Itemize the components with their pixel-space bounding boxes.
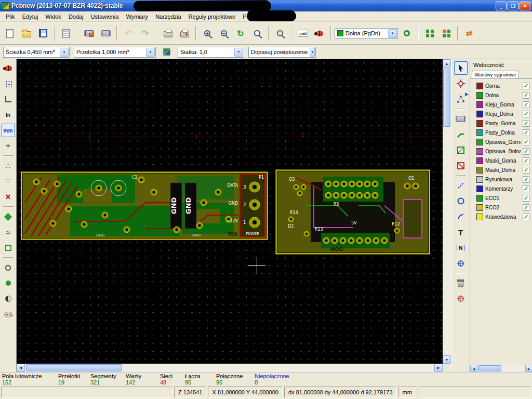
layer-row-rysunkowa[interactable]: Rysunkowa ✓: [476, 175, 531, 184]
track-mode-button[interactable]: [438, 25, 454, 41]
scroll-left-arrow-icon[interactable]: ◀: [470, 365, 477, 372]
zoom-fit-button[interactable]: [249, 25, 265, 41]
save-board-button[interactable]: [35, 25, 51, 41]
layer-row-maski-gorna[interactable]: Maski_Gorna ✓: [476, 156, 531, 165]
module-ratsnest-button[interactable]: [2, 175, 15, 188]
add-arc-button[interactable]: [454, 210, 468, 223]
zoom-out-button[interactable]: [216, 25, 232, 41]
add-keepout-button[interactable]: [454, 159, 468, 172]
layer-color-swatch[interactable]: [476, 167, 483, 174]
layer-visibility-checkbox[interactable]: ✓: [523, 204, 529, 211]
panel-scroll-thumb[interactable]: [478, 365, 501, 371]
layer-visibility-checkbox[interactable]: ✓: [523, 101, 529, 108]
layer-row-gorna[interactable]: Gorna ✓: [476, 81, 531, 90]
zones-nofill-button[interactable]: [2, 225, 15, 239]
page-settings-button[interactable]: [58, 25, 74, 41]
layer-row-eco1[interactable]: ECO1 ✓: [476, 193, 531, 203]
add-circle-button[interactable]: [454, 194, 468, 208]
open-board-button[interactable]: [19, 25, 34, 41]
panel-horizontal-scrollbar[interactable]: ◀ ▶: [470, 365, 532, 372]
menu-ustawienia[interactable]: Ustawienia: [87, 12, 123, 21]
redo-button[interactable]: [137, 25, 153, 41]
pads-sketch-button[interactable]: [2, 261, 15, 274]
zones-outline-button[interactable]: [2, 241, 15, 255]
layer-visibility-checkbox[interactable]: ✓: [523, 176, 529, 183]
menu-reguly-projektowe[interactable]: Reguły projektowe: [185, 12, 240, 21]
zoom-in-button[interactable]: [200, 25, 215, 41]
find-button[interactable]: [272, 25, 288, 41]
grid-visibility-button[interactable]: [2, 77, 15, 90]
layer-color-swatch[interactable]: [476, 129, 483, 136]
layer-row-maski-dolna[interactable]: Maski_Dolna ✓: [476, 165, 531, 175]
layer-visibility-checkbox[interactable]: ✓: [523, 157, 529, 164]
menu-dodaj[interactable]: Dodaj: [65, 12, 87, 21]
canvas-horizontal-scrollbar[interactable]: ◀ ▶: [17, 364, 443, 372]
layer-row-pasty-gorna[interactable]: Pasty_Gorna ✓: [476, 118, 531, 128]
layer-visibility-checkbox[interactable]: ✓: [523, 214, 529, 220]
add-dimension-button[interactable]: [454, 241, 468, 255]
menu-edytuj[interactable]: Edytuj: [19, 12, 42, 21]
layer-visibility-checkbox[interactable]: ✓: [523, 92, 529, 99]
high-contrast-button[interactable]: [2, 292, 15, 305]
new-board-button[interactable]: [2, 25, 18, 41]
combo-dropdown-arrow-icon[interactable]: ▼: [60, 48, 69, 57]
layer-row-eco2[interactable]: ECO2 ✓: [476, 203, 531, 212]
track-width-combo[interactable]: Ścieżka 0,450 mm* ▼: [3, 47, 70, 58]
scroll-right-arrow-icon[interactable]: ▶: [434, 364, 443, 372]
maximize-button[interactable]: ❐: [508, 2, 518, 10]
layer-selector-combo[interactable]: Dolna (PgDn) ▼: [335, 28, 398, 39]
combo-dropdown-arrow-icon[interactable]: ▼: [146, 48, 155, 57]
layer-color-swatch[interactable]: [476, 101, 483, 108]
layer-visibility-checkbox[interactable]: ✓: [523, 148, 529, 155]
layer-visibility-checkbox[interactable]: ✓: [523, 83, 529, 89]
layer-row-opisowa-dolna[interactable]: Opisowa_Dolna ✓: [476, 147, 531, 156]
layer-row-pasty-dolna[interactable]: Pasty_Dolna ✓: [476, 128, 531, 137]
footprint-editor-button[interactable]: [81, 25, 97, 41]
units-inch-button[interactable]: In: [2, 108, 15, 122]
zoom-level-combo[interactable]: Dopasuj powiększenie ▼: [248, 47, 316, 58]
layers-manager-toggle-button[interactable]: [2, 308, 15, 321]
microwave-tools-button[interactable]: [461, 25, 477, 41]
footprint-browser-button[interactable]: [98, 25, 113, 41]
drc-button[interactable]: [312, 25, 327, 41]
footprint-mode-button[interactable]: [422, 25, 437, 41]
scroll-down-arrow-icon[interactable]: ▼: [443, 355, 451, 364]
combo-dropdown-arrow-icon[interactable]: ▼: [310, 48, 315, 57]
layer-color-swatch[interactable]: [476, 92, 483, 99]
plot-button[interactable]: [177, 25, 192, 41]
layer-row-komentarzy[interactable]: Komentarzy ✓: [476, 184, 531, 193]
layer-visibility-checkbox[interactable]: ✓: [523, 139, 529, 145]
pcb-canvas[interactable]: 2 GND GND: [17, 59, 443, 364]
layer-visibility-checkbox[interactable]: ✓: [523, 185, 529, 192]
layer-visibility-checkbox[interactable]: ✓: [523, 195, 529, 202]
layer-row-kleju-dolna[interactable]: Kleju_Dolna ✓: [476, 109, 531, 118]
close-button[interactable]: ×: [520, 2, 530, 10]
combo-dropdown-arrow-icon[interactable]: ▼: [388, 29, 397, 38]
layer-color-swatch[interactable]: [476, 195, 483, 202]
layer-color-swatch[interactable]: [476, 185, 483, 192]
highlight-net-button[interactable]: [454, 77, 468, 90]
combo-dropdown-arrow-icon[interactable]: ▼: [234, 48, 243, 57]
show-ratsnest-button[interactable]: [2, 159, 15, 172]
layer-visibility-checkbox[interactable]: ✓: [523, 167, 529, 174]
layer-color-swatch[interactable]: [476, 139, 483, 145]
cursor-shape-button[interactable]: [2, 139, 15, 153]
grid-size-combo[interactable]: Siatka: 1,0 ▼: [178, 47, 244, 58]
add-text-button[interactable]: [454, 225, 468, 239]
layer-color-swatch[interactable]: [476, 83, 483, 89]
autodelete-track-button[interactable]: [2, 190, 15, 204]
layer-row-opisowa-gorna[interactable]: Opisowa_Gorna ✓: [476, 137, 531, 147]
print-button[interactable]: [160, 25, 176, 41]
layer-visibility-checkbox[interactable]: ✓: [523, 120, 529, 127]
drill-origin-button[interactable]: [454, 292, 468, 305]
layer-row-kleju-gorna[interactable]: Kleju_Gorna ✓: [476, 100, 531, 109]
tracks-sketch-button[interactable]: [2, 276, 15, 290]
add-track-button[interactable]: [454, 128, 468, 141]
layer-color-swatch[interactable]: [476, 176, 483, 183]
add-graphic-line-button[interactable]: [454, 179, 468, 192]
menu-widok[interactable]: Widok: [42, 12, 65, 21]
drc-toggle-button[interactable]: [2, 61, 15, 75]
show-zones-button[interactable]: [2, 210, 15, 223]
layer-color-swatch[interactable]: [476, 111, 483, 117]
via-size-combo[interactable]: Przelotka 1,000 mm* ▼: [74, 47, 156, 58]
